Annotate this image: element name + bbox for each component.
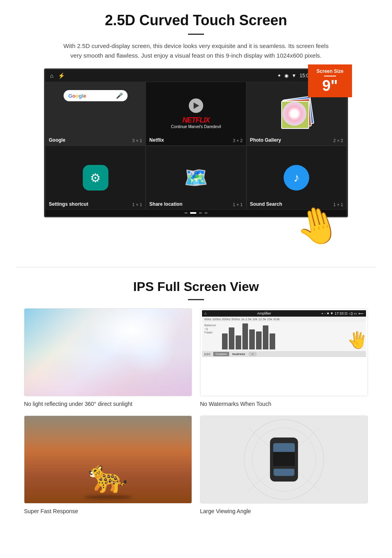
share-location-label: Share location 1 × 1 bbox=[149, 201, 242, 207]
amp-header: ⌂ Amplifier ▪ ·· ♥ ▼ 17:33 ⊡ ◁) ▭ ⟵ bbox=[202, 310, 366, 317]
dot-1 bbox=[184, 212, 188, 214]
car-roof bbox=[273, 452, 295, 466]
badge-size: 9" bbox=[322, 77, 338, 94]
netflix-app-name: Netflix bbox=[149, 137, 164, 143]
cheetah-emoji: 🐆 bbox=[88, 458, 128, 495]
eq-bar-8 bbox=[270, 333, 275, 349]
amp-freq-label: 60hz 100hz 200hz 500hz 1k 2.5k 10k 12.5k… bbox=[204, 317, 280, 321]
cheetah-shadow bbox=[84, 495, 132, 499]
badge-line bbox=[324, 76, 336, 76]
sound-search-app-size: 1 × 1 bbox=[333, 202, 343, 207]
sound-search-label: Sound Search 1 × 1 bbox=[250, 201, 343, 207]
amp-balance-label: Balance bbox=[204, 323, 220, 327]
home-icon: ⌂ bbox=[50, 72, 53, 79]
feature-label-amplifier: No Watermarks When Touch bbox=[200, 401, 271, 407]
settings-app-name: Settings shortcut bbox=[49, 201, 88, 207]
photo-gallery-app-name: Photo Gallery bbox=[250, 137, 281, 143]
dot-3 bbox=[199, 212, 202, 214]
google-app-name: Google bbox=[49, 137, 65, 143]
car-windshield bbox=[273, 443, 295, 452]
location-icon: ◉ bbox=[284, 73, 288, 78]
feature-image-cheetah: 🐆 bbox=[24, 415, 192, 504]
amp-fader-label: Fader bbox=[204, 331, 220, 334]
eq-bar-2 bbox=[229, 327, 234, 349]
curved-touch-screen-section: 2.5D Curved Touch Screen With 2.5D curve… bbox=[0, 0, 392, 251]
amp-home-icon: ⌂ bbox=[204, 311, 206, 315]
status-bar: ⌂ ⚡ ✦ ◉ ▼ 15:06 ⊡ ◁) ⊠ ▭ bbox=[45, 70, 347, 82]
screen-dots bbox=[45, 210, 347, 216]
share-location-app-name: Share location bbox=[149, 201, 182, 207]
eq-bar-6 bbox=[256, 331, 262, 349]
share-location-app-size: 1 × 1 bbox=[233, 202, 243, 207]
eq-bar-5 bbox=[249, 329, 255, 349]
section1-title: 2.5D Curved Touch Screen bbox=[16, 12, 376, 29]
feature-label-cheetah: Super Fast Response bbox=[24, 508, 78, 514]
netflix-content: NETFLIX Continue Marvel's Daredevil bbox=[171, 98, 221, 129]
screen-mockup: Screen Size 9" ⌂ ⚡ ✦ ◉ ▼ 15:06 bbox=[44, 68, 348, 217]
sound-icon-wrap: ♪ bbox=[284, 165, 309, 191]
car-body bbox=[270, 438, 298, 482]
wifi-icon: ▼ bbox=[292, 73, 296, 78]
app-grid-row2: ⚙ Settings shortcut 1 × 1 🗺️ bbox=[45, 146, 347, 210]
amp-toggle: ○ bbox=[248, 352, 257, 356]
usb-icon: ⚡ bbox=[58, 72, 65, 79]
ips-screen-section: IPS Full Screen View No light reflecting… bbox=[0, 267, 392, 523]
section1-description: With 2.5D curved-display screen, this de… bbox=[60, 41, 332, 60]
feature-sunlight: No light reflecting under 360° direct su… bbox=[24, 308, 192, 407]
amp-prev-icon: |◁◁ bbox=[204, 352, 210, 356]
eq-bar-3 bbox=[236, 335, 241, 349]
feature-label-sunlight: No light reflecting under 360° direct su… bbox=[24, 401, 132, 407]
touch-hand-icon: 🖐 bbox=[348, 331, 368, 349]
eq-bar-4 bbox=[242, 323, 248, 349]
amp-status: ▪ ·· ♥ ▼ 17:33 ⊡ ◁) ▭ ⟵ bbox=[322, 311, 364, 315]
music-note-icon: ♪ bbox=[294, 171, 300, 185]
photo-gallery-app-size: 2 × 2 bbox=[333, 138, 343, 143]
maps-icon: 🗺️ bbox=[184, 167, 208, 189]
screen-size-badge: Screen Size 9" bbox=[308, 64, 352, 97]
netflix-subtitle: Continue Marvel's Daredevil bbox=[171, 124, 221, 129]
settings-icon-wrap: ⚙ bbox=[83, 165, 108, 191]
netflix-logo: NETFLIX bbox=[171, 116, 221, 124]
sky-gradient bbox=[24, 416, 192, 451]
feature-cheetah: 🐆 Super Fast Response bbox=[24, 415, 192, 515]
app-grid-row1: Google 🎤 Google 3 × 1 bbox=[45, 82, 347, 146]
share-location-app-cell[interactable]: 🗺️ Share location 1 × 1 bbox=[146, 146, 246, 210]
eq-bar-7 bbox=[263, 325, 268, 349]
settings-label: Settings shortcut 1 × 1 bbox=[49, 201, 142, 207]
netflix-play-button[interactable] bbox=[189, 98, 203, 113]
google-app-size: 3 × 1 bbox=[132, 138, 142, 143]
sound-search-app-cell[interactable]: ♪ Sound Search 1 × 1 bbox=[246, 146, 347, 210]
google-search-bar: Google 🎤 bbox=[64, 90, 128, 101]
status-bar-left: ⌂ ⚡ bbox=[50, 72, 65, 79]
amp-loudness-label: loudness bbox=[232, 352, 245, 356]
netflix-app-cell[interactable]: NETFLIX Continue Marvel's Daredevil Netf… bbox=[146, 82, 246, 146]
feature-amplifier: ⌂ Amplifier ▪ ·· ♥ ▼ 17:33 ⊡ ◁) ▭ ⟵ 60hz… bbox=[200, 308, 368, 407]
feature-grid: No light reflecting under 360° direct su… bbox=[16, 308, 376, 515]
settings-app-size: 1 × 1 bbox=[132, 202, 142, 207]
google-app-cell[interactable]: Google 🎤 Google 3 × 1 bbox=[45, 82, 146, 146]
photo-stack bbox=[280, 98, 312, 130]
dot-2 bbox=[190, 212, 196, 214]
car-rear-window bbox=[274, 469, 294, 476]
settings-gear-icon: ⚙ bbox=[90, 171, 101, 185]
feature-label-car: Large Viewing Angle bbox=[200, 508, 251, 514]
title-underline-2 bbox=[188, 299, 204, 300]
netflix-label: Netflix 3 × 2 bbox=[149, 137, 242, 143]
feature-image-sunlight bbox=[24, 308, 192, 396]
photo-gallery-label: Photo Gallery 2 × 2 bbox=[250, 137, 343, 143]
title-underline-1 bbox=[188, 34, 204, 35]
settings-app-cell[interactable]: ⚙ Settings shortcut 1 × 1 bbox=[45, 146, 146, 210]
amp-vol-icon: ◁) bbox=[204, 327, 220, 331]
photo-flower bbox=[282, 102, 306, 126]
bluetooth-icon: ✦ bbox=[277, 73, 281, 78]
amp-title: Amplifier bbox=[257, 311, 271, 315]
sound-search-app-name: Sound Search bbox=[250, 201, 282, 207]
google-label: Google 3 × 1 bbox=[49, 137, 142, 143]
amp-mockup: ⌂ Amplifier ▪ ·· ♥ ▼ 17:33 ⊡ ◁) ▭ ⟵ 60hz… bbox=[200, 309, 368, 396]
mic-icon: 🎤 bbox=[116, 92, 123, 99]
badge-label: Screen Size bbox=[311, 68, 349, 74]
cheetah-visual: 🐆 bbox=[24, 416, 192, 503]
car-visual bbox=[200, 416, 368, 503]
android-screen: ⌂ ⚡ ✦ ◉ ▼ 15:06 ⊡ ◁) ⊠ ▭ bbox=[44, 68, 348, 217]
netflix-play-icon bbox=[194, 102, 199, 109]
